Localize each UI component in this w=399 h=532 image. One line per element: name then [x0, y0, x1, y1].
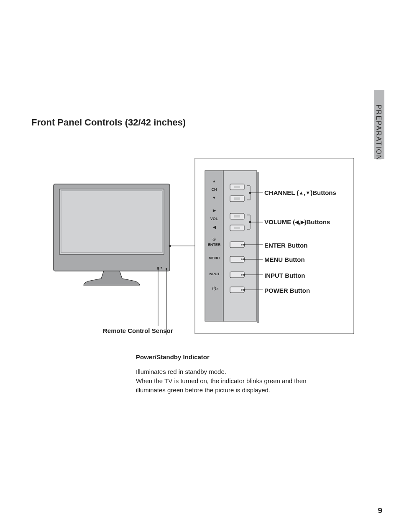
section-label: PREPARATION	[375, 105, 382, 161]
svg-text:◀: ◀	[212, 225, 216, 229]
svg-point-39	[241, 244, 243, 246]
indicator-block: Power/Standby Indicator Illuminates red …	[136, 353, 328, 394]
menu-callout: MENU Button	[264, 256, 305, 263]
svg-text:▼: ▼	[212, 196, 216, 200]
svg-point-23	[214, 239, 215, 240]
svg-point-5	[161, 267, 162, 269]
svg-text:CH: CH	[212, 187, 217, 192]
svg-text:VOL: VOL	[210, 217, 218, 221]
svg-text:ENTER: ENTER	[208, 243, 221, 247]
svg-rect-31	[234, 186, 240, 188]
svg-point-43	[241, 274, 243, 276]
svg-text:/I: /I	[217, 287, 218, 291]
power-callout: POWER Button	[264, 287, 310, 294]
indicator-body: Illuminates red in standby mode.When the…	[136, 367, 328, 394]
remote-sensor-label: Remote Control Sensor	[103, 327, 173, 334]
svg-rect-15	[257, 172, 259, 323]
channel-callout: CHANNEL (▲,▼)Buttons	[264, 189, 336, 196]
svg-rect-1	[59, 189, 164, 254]
page-number: 9	[378, 506, 382, 515]
svg-rect-35	[234, 215, 240, 217]
input-callout: INPUT Button	[264, 272, 305, 279]
right-arrow-icon: ▶	[301, 219, 304, 225]
indicator-title: Power/Standby Indicator	[136, 353, 328, 361]
svg-rect-33	[234, 197, 240, 200]
svg-rect-3	[59, 258, 164, 269]
left-arrow-icon: ◀	[295, 219, 299, 225]
svg-text:▶: ▶	[212, 208, 216, 212]
svg-rect-37	[234, 227, 240, 229]
svg-text:INPUT: INPUT	[209, 272, 220, 276]
down-arrow-icon: ▼	[305, 190, 310, 196]
svg-text:▲: ▲	[212, 179, 216, 183]
svg-point-41	[241, 258, 243, 260]
page-title: Front Panel Controls (32/42 inches)	[31, 117, 186, 128]
svg-point-45	[241, 289, 243, 291]
enter-callout: ENTER Button	[264, 242, 307, 249]
up-arrow-icon: ▲	[299, 190, 304, 196]
volume-callout: VOLUME (◀,▶)Buttons	[264, 218, 330, 225]
svg-text:MENU: MENU	[209, 256, 220, 260]
